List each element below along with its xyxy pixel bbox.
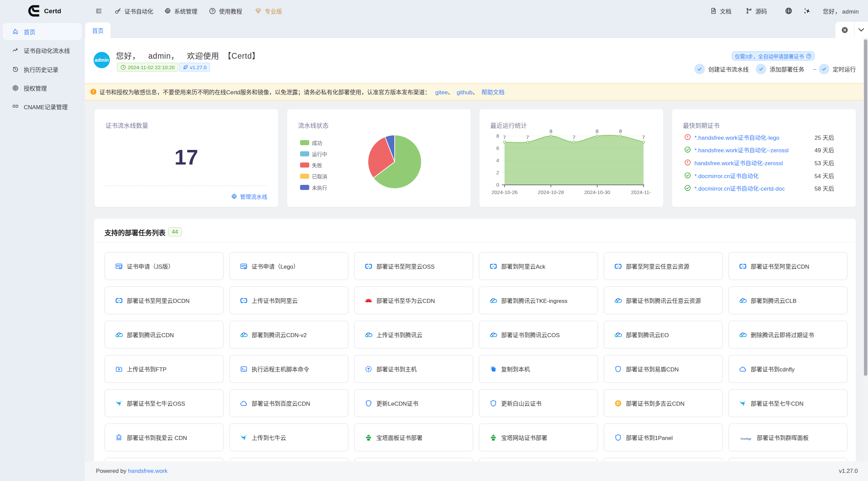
svg-text:7: 7 [526, 134, 529, 140]
svg-text:2024-10-30: 2024-10-30 [584, 189, 610, 195]
svg-text:6: 6 [496, 145, 499, 151]
svg-text:2024-10-26: 2024-10-26 [492, 189, 518, 195]
svg-text:2: 2 [496, 170, 499, 175]
svg-text:8: 8 [619, 128, 622, 134]
svg-text:7: 7 [573, 134, 575, 140]
svg-text:8: 8 [550, 128, 552, 134]
svg-text:2024-10-28: 2024-10-28 [538, 189, 564, 195]
svg-text:7: 7 [503, 134, 506, 140]
svg-text:8: 8 [596, 128, 598, 134]
svg-text:4: 4 [496, 157, 499, 163]
svg-text:2024-11-: 2024-11- [631, 189, 651, 195]
svg-text:0: 0 [496, 182, 499, 188]
svg-text:7: 7 [642, 134, 645, 140]
svg-text:8: 8 [496, 133, 499, 139]
